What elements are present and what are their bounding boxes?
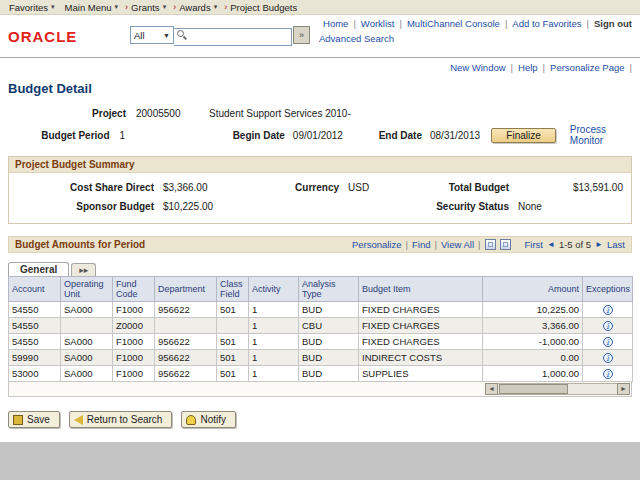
table-row: 54550 SA000 F1000 956622 501 1 BUD FIXED… [9,302,633,318]
quick-link[interactable]: Home [323,18,348,29]
page-link[interactable]: New Window [450,62,505,73]
scroll-left-icon[interactable]: ◄ [485,383,498,395]
breadcrumb-item[interactable]: › Awards ▾ [173,2,217,13]
breadcrumb-label[interactable]: Project Budgets [230,2,297,13]
oracle-logo: ORACLE [8,28,77,45]
search-scope-value: All [134,30,145,41]
process-monitor-link[interactable]: Process Monitor [570,124,632,146]
breadcrumb-label[interactable]: Grants [131,2,160,13]
page-title: Budget Detail [8,81,632,96]
chevron-down-icon: ▾ [214,3,218,11]
column-header-exceptions[interactable]: Exceptions [583,277,633,302]
page-link[interactable]: Personalize Page [550,62,624,73]
exception-info-icon[interactable]: i [603,337,613,347]
previous-row-icon[interactable]: ◄ [547,240,555,249]
first-link[interactable]: First [525,239,543,250]
tab-general[interactable]: General [8,262,69,276]
scrollbar-thumb[interactable] [499,384,568,394]
quick-link[interactable]: MultiChannel Console [407,18,500,29]
page: Favorites ▾ Main Menu ▾ › Grants ▾ › Awa… [0,0,640,442]
cell-fund-code: F1000 [113,302,155,318]
app-header: ORACLE All ▼ » Advanced Search Home | [0,15,640,57]
finalize-button[interactable]: Finalize [491,128,555,143]
grid-section-title: Budget Amounts for Period [15,239,145,250]
cell-analysis-type: CBU [299,318,359,334]
return-to-search-button[interactable]: Return to Search [69,411,173,428]
cell-amount: 1,000.00 [483,366,583,382]
footer-actions: Save Return to Search Notify [8,411,632,428]
cell-exceptions: i [583,366,633,382]
find-link[interactable]: Find [412,239,430,250]
column-header-analysis-type[interactable]: Analysis Type [299,277,359,302]
quick-link[interactable]: Add to Favorites [512,18,581,29]
scrollbar-track[interactable] [498,383,617,395]
next-row-icon[interactable]: ► [595,240,603,249]
save-button[interactable]: Save [8,411,60,428]
cell-operating-unit: SA000 [61,366,113,382]
breadcrumb-item[interactable]: › Project Budgets [224,2,300,13]
cell-activity: 1 [249,350,299,366]
cell-class-field: 501 [217,334,249,350]
cell-operating-unit: SA000 [61,302,113,318]
breadcrumb-item[interactable]: Main Menu ▾ [62,2,119,13]
begin-date-value: 09/01/2012 [293,130,377,141]
column-header-activity[interactable]: Activity [249,277,299,302]
page-link[interactable]: Help [518,62,538,73]
link-divider: | [543,62,545,73]
cell-department: 956622 [155,350,217,366]
breadcrumb-item[interactable]: › Grants ▾ [125,2,166,13]
cell-fund-code: F1000 [113,334,155,350]
search-go-button[interactable]: » [293,26,310,44]
show-all-columns-tab[interactable]: ▸▸ [71,263,96,276]
table-row: 54550 SA000 F1000 956622 501 1 BUD FIXED… [9,334,633,350]
column-header-budget-item[interactable]: Budget Item [359,277,483,302]
cell-class-field: 501 [217,366,249,382]
project-row: Project 20005500 Student Support Service… [8,108,632,119]
breadcrumb-label[interactable]: Favorites [9,2,48,13]
zoom-grid-icon[interactable] [500,239,511,250]
column-header-department[interactable]: Department [155,277,217,302]
notify-button[interactable]: Notify [181,411,236,428]
horizontal-scrollbar[interactable]: ◄ ► [485,383,630,395]
sign-out-link[interactable]: Sign out [594,18,632,29]
cell-activity: 1 [249,302,299,318]
exception-info-icon[interactable]: i [603,305,613,315]
cell-account: 54550 [9,318,61,334]
personalize-link[interactable]: Personalize [352,239,402,250]
exception-info-icon[interactable]: i [603,369,613,379]
cell-exceptions: i [583,302,633,318]
view-all-link[interactable]: View All [441,239,474,250]
advanced-search-link[interactable]: Advanced Search [319,33,394,44]
download-grid-icon[interactable] [485,239,496,250]
search-input[interactable] [174,28,292,46]
column-header-operating-unit[interactable]: Operating Unit [61,277,113,302]
cell-budget-item: FIXED CHARGES [359,302,483,318]
cell-department: 956622 [155,302,217,318]
notify-button-label: Notify [200,414,226,425]
breadcrumb-item[interactable]: Favorites ▾ [6,2,55,13]
breadcrumb: Favorites ▾ Main Menu ▾ › Grants ▾ › Awa… [0,0,640,15]
column-header-fund-code[interactable]: Fund Code [113,277,155,302]
breadcrumb-label[interactable]: Awards [179,2,211,13]
cell-analysis-type: BUD [299,334,359,350]
quick-link[interactable]: Worklist [361,18,395,29]
exception-info-icon[interactable]: i [603,321,613,331]
return-to-search-label: Return to Search [87,414,163,425]
column-header-class-field[interactable]: Class Field [217,277,249,302]
column-header-account[interactable]: Account [9,277,61,302]
search-scope-select[interactable]: All ▼ [130,26,174,44]
cell-class-field [217,318,249,334]
scroll-right-icon[interactable]: ► [617,383,630,395]
table-row: 54550 Z0000 1 CBU FIXED CHARGES 3,366.00… [9,318,633,334]
cell-class-field: 501 [217,302,249,318]
breadcrumb-label[interactable]: Main Menu [65,2,112,13]
table-row: 59990 SA000 F1000 956622 501 1 BUD INDIR… [9,350,633,366]
cell-activity: 1 [249,366,299,382]
exception-info-icon[interactable]: i [603,353,613,363]
column-header-amount[interactable]: Amount [483,277,583,302]
last-link[interactable]: Last [607,239,625,250]
table-row: 53000 SA000 F1000 956622 501 1 BUD SUPPL… [9,366,633,382]
cell-operating-unit [61,318,113,334]
link-divider: | [505,18,507,29]
security-status-label: Security Status [418,201,518,212]
